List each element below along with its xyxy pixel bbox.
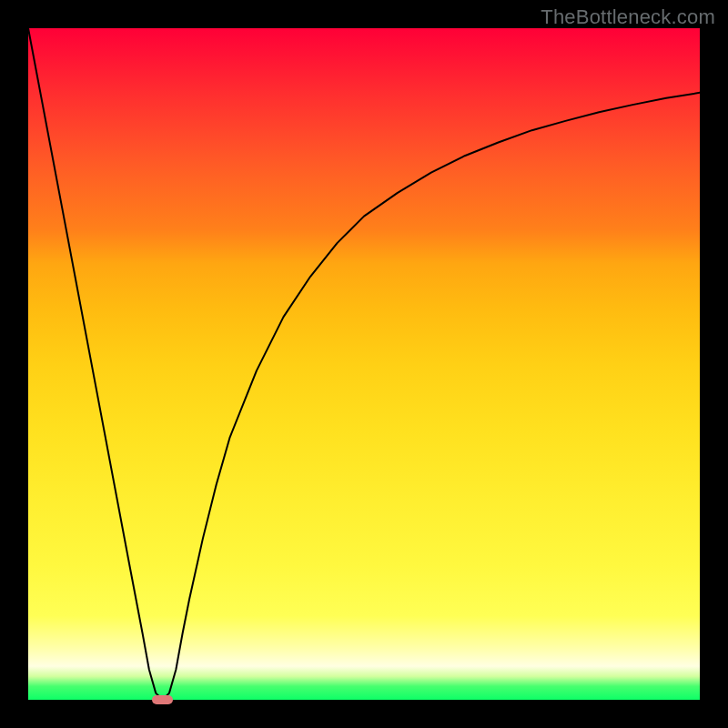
chart-frame: TheBottleneck.com — [0, 0, 728, 728]
plot-area — [28, 28, 700, 700]
minimum-marker — [152, 695, 174, 704]
bottleneck-curve — [28, 28, 700, 700]
watermark-text: TheBottleneck.com — [541, 5, 715, 29]
curve-svg — [28, 28, 700, 700]
